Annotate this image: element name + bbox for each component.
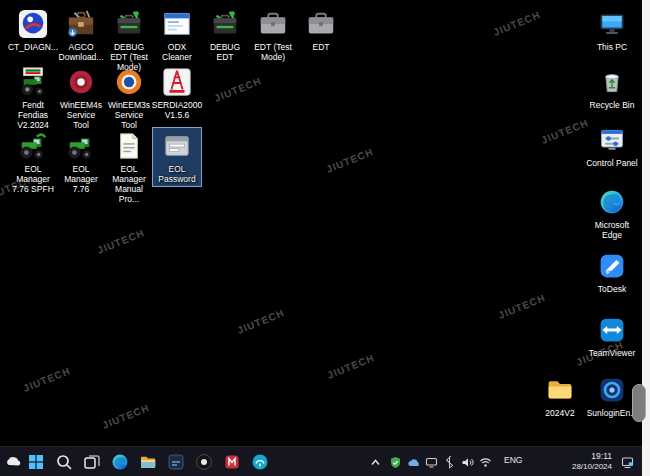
sunlogin-icon [596,374,628,406]
taskbar-app-edge[interactable] [108,450,132,474]
desktop-icon-label: SERDIA2000 V1.5.6 [152,100,203,120]
green-tractor-icon [65,130,97,162]
clock-date: 28/10/2024 [536,462,612,472]
desktop-icon-label: 2024V2 [545,408,574,418]
desktop-icon-teamviewer[interactable]: TeamViewer [583,312,641,360]
clock-time: 19:11 [536,451,612,462]
taskbar-app-red[interactable] [220,450,244,474]
toolbox-icon [65,8,97,40]
language-indicator[interactable]: ENG [504,455,522,465]
red-emblem-icon [65,66,97,98]
document-folder-icon [113,130,145,162]
desktop-icon-label: SunloginEn... [587,408,638,418]
desktop-icon-label: WinEEM3s Service Tool [106,100,152,130]
ct-diagnostics-icon [17,8,49,40]
desktop-icon-edt[interactable]: EDT [297,6,345,54]
desktop-icon-serdia2000[interactable]: SERDIA2000 V1.5.6 [153,64,201,122]
desktop-icon-label: EDT [313,42,330,52]
tray-network-icon[interactable] [478,455,493,470]
tray-display-icon[interactable] [424,455,439,470]
notification-center-icon[interactable] [620,455,635,470]
desktop-icon-label: Control Panel [586,158,638,168]
desktop-icon-edt-test[interactable]: EDT (Test Mode) [249,6,297,64]
toolbox-tools-icon [113,8,145,40]
desktop-icon-debug-edt[interactable]: DEBUG EDT [201,6,249,64]
taskbar-app-teal[interactable] [248,450,272,474]
tray-onedrive-icon[interactable] [406,455,421,470]
desktop-icon-label: EOL Manager 7.76 [58,164,104,194]
taskbar: ENG 19:11 28/10/2024 [0,446,642,476]
desktop-icon-label: CT_DIAGN... [8,42,58,52]
recycle-bin-icon [596,66,628,98]
folder-icon [544,374,576,406]
gray-window-icon [161,130,193,162]
watermark: JIUTECH [326,352,376,381]
desktop-icon-microsoft-edge[interactable]: Microsoft Edge [583,184,641,242]
tray-bluetooth-icon[interactable] [442,455,457,470]
desktop-icon-wineem3s[interactable]: WinEEM3s Service Tool [105,64,153,132]
desktop-icon-label: Fendt Fendias V2.2024 [10,100,56,130]
desktop-icon-2024v2-folder[interactable]: 2024V2 [531,372,589,420]
desktop-icon-fendt-fendias[interactable]: Fendt Fendias V2.2024 [9,64,57,132]
briefcase-icon [305,8,337,40]
taskbar-app-black-circle[interactable] [192,450,216,474]
desktop-icon-odx-cleaner[interactable]: ODX Cleaner [153,6,201,64]
desktop-icon-label: DEBUG EDT [202,42,248,62]
desktop-icon-eol-manual[interactable]: EOL Manager Manual Pro... [105,128,153,206]
hidden-icons-chevron[interactable] [368,455,383,470]
desktop-icon-eol-manager-spfh[interactable]: EOL Manager 7.76 SPFH [9,128,57,196]
watermark: JIUTECH [213,75,263,104]
desktop-icon-todesk[interactable]: ToDesk [583,248,641,296]
desktop-icon-control-panel[interactable]: Control Panel [583,122,641,170]
watermark: JIUTECH [492,9,542,38]
watermark: JIUTECH [236,307,286,336]
todesk-icon [596,250,628,282]
search-button[interactable] [52,450,76,474]
fendt-tractor-icon [17,66,49,98]
watermark: JIUTECH [325,146,375,175]
desktop-icon-label: EOL Manager 7.76 SPFH [10,164,56,194]
edge-browser-icon [596,186,628,218]
desktop-icon-label: Recycle Bin [590,100,635,110]
windows-desktop: JIUTECH JIUTECH JIUTECH JIUTECH JIUTECH … [0,0,650,476]
watermark: JIUTECH [96,227,146,256]
desktop-icon-this-pc[interactable]: This PC [583,6,641,54]
watermark: JIUTECH [497,292,547,321]
watermark: JIUTECH [22,365,72,394]
toolbox-tools-icon [209,8,241,40]
desktop-icon-label: ToDesk [598,284,626,294]
desktop-icon-agco-download[interactable]: AGCO Download... [57,6,105,64]
desktop-icon-label: ODX Cleaner [154,42,200,62]
desktop-icon-label: EOL Password [154,164,200,184]
desktop-icon-label: WinEEM4s Service Tool [58,100,104,130]
desktop-icon-label: AGCO Download... [58,42,104,62]
monitor-icon [596,8,628,40]
watermark: JIUTECH [101,402,151,431]
briefcase-icon [257,8,289,40]
task-view-button[interactable] [80,450,104,474]
control-panel-icon [596,124,628,156]
green-harvester-icon [17,130,49,162]
start-button[interactable] [24,450,48,474]
tray-speaker-icon[interactable] [460,455,475,470]
taskbar-app-dark[interactable] [164,450,188,474]
desktop-icon-eol-password[interactable]: EOL Password [153,128,201,186]
tray-shield-icon[interactable] [388,455,403,470]
taskbar-clock[interactable]: 19:11 28/10/2024 [536,451,612,472]
desktop-icon-wineem4s[interactable]: WinEEM4s Service Tool [57,64,105,132]
desktop-icon-label: Microsoft Edge [584,220,640,240]
taskbar-app-file-explorer[interactable] [136,450,160,474]
desktop-icon-label: TeamViewer [589,348,636,358]
deutz-pylon-icon [161,66,193,98]
desktop-icon-ct-diagn[interactable]: CT_DIAGN... [9,6,57,54]
desktop-icon-label: EDT (Test Mode) [250,42,296,62]
orange-blue-disc-icon [113,66,145,98]
widgets-button[interactable] [2,450,26,474]
desktop-icon-label: EOL Manager Manual Pro... [106,164,152,204]
desktop-icon-recycle-bin[interactable]: Recycle Bin [583,64,641,112]
floating-handle[interactable] [632,384,646,422]
app-window-icon [161,8,193,40]
teamviewer-icon [596,314,628,346]
desktop-icon-eol-manager[interactable]: EOL Manager 7.76 [57,128,105,196]
desktop-icon-label: This PC [597,42,627,52]
